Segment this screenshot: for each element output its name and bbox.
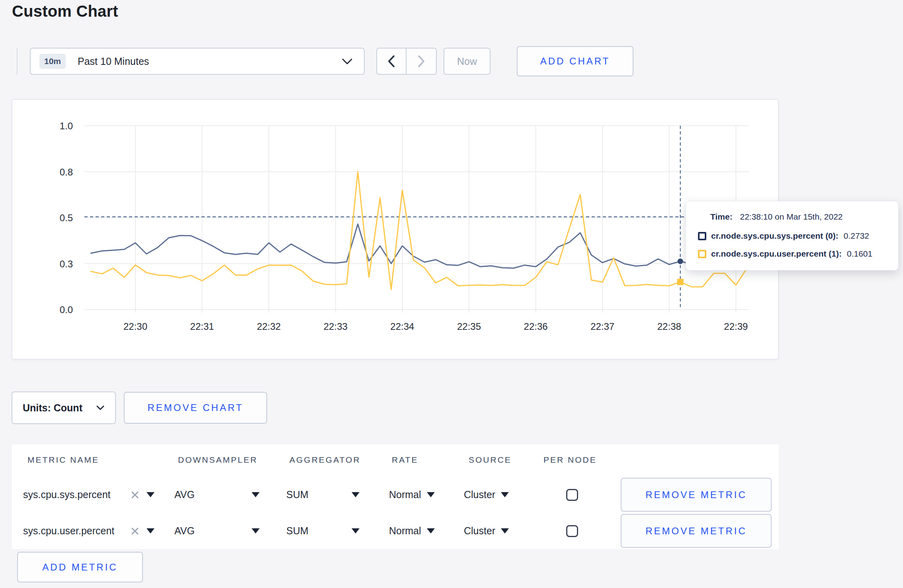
now-button[interactable]: Now xyxy=(444,48,491,75)
source-select[interactable]: Cluster xyxy=(464,514,509,548)
y-axis-label: 0.0 xyxy=(60,304,73,315)
dropdown-caret-icon xyxy=(252,492,260,497)
tooltip-time-row: Time: 22:38:10 on Mar 15th, 2022 xyxy=(710,211,898,223)
col-header-metric-name: METRIC NAME xyxy=(27,444,99,475)
x-axis-label: 22:32 xyxy=(257,321,281,332)
dropdown-caret-icon xyxy=(352,528,360,533)
x-axis-label: 22:38 xyxy=(657,321,681,332)
tooltip-series-row: cr.node.sys.cpu.sys.percent (0): 0.2732 xyxy=(698,230,898,242)
per-node-checkbox[interactable] xyxy=(566,489,578,501)
x-axis-label: 22:34 xyxy=(390,321,414,332)
hover-marker-sys xyxy=(678,259,683,264)
units-select[interactable]: Units: Count xyxy=(12,391,116,424)
hover-marker-user xyxy=(677,279,684,285)
aggregator-value: SUM xyxy=(286,525,309,537)
time-nav-group xyxy=(376,48,437,75)
aggregator-select[interactable]: SUM xyxy=(286,478,360,512)
aggregator-value: SUM xyxy=(286,489,309,500)
x-axis-label: 22:39 xyxy=(724,321,748,332)
y-axis-label: 1.0 xyxy=(60,121,73,131)
remove-chart-button[interactable]: REMOVE CHART xyxy=(124,392,267,424)
remove-metric-button[interactable]: REMOVE METRIC xyxy=(621,478,772,512)
dropdown-caret-icon xyxy=(427,492,435,497)
tooltip-time-label: Time: xyxy=(710,212,733,221)
metric-name-value: sys.cpu.sys.percent xyxy=(23,489,111,500)
time-range-badge: 10m xyxy=(39,54,66,69)
dropdown-caret-icon xyxy=(352,492,360,497)
chart-tooltip: Time: 22:38:10 on Mar 15th, 2022 cr.node… xyxy=(686,201,899,271)
page-title: Custom Chart xyxy=(12,2,118,20)
tooltip-series-label: cr.node.sys.cpu.user.percent (1): xyxy=(711,248,842,260)
chevron-down-icon xyxy=(96,405,105,411)
dropdown-caret-icon xyxy=(501,528,509,533)
custom-chart-page: Custom Chart 10m Past 10 Minutes Now ADD… xyxy=(0,0,903,588)
downsampler-select[interactable]: AVG xyxy=(174,478,260,512)
chart-svg[interactable]: 0.00.30.50.81.022:3022:3122:3222:3322:34… xyxy=(12,100,779,360)
col-header-rate: RATE xyxy=(392,444,418,475)
x-axis-label: 22:36 xyxy=(524,321,548,332)
clear-icon[interactable] xyxy=(131,527,139,535)
series-swatch-user-icon xyxy=(698,250,706,258)
add-metric-button[interactable]: ADD METRIC xyxy=(17,552,143,582)
series-line-1 xyxy=(91,172,747,290)
tooltip-series-value: 0.1601 xyxy=(847,248,872,260)
col-header-downsampler: DOWNSAMPLER xyxy=(178,444,258,475)
toolbar-divider xyxy=(17,48,18,75)
source-select[interactable]: Cluster xyxy=(464,478,509,512)
series-swatch-sys-icon xyxy=(698,232,706,240)
metric-name-select[interactable]: sys.cpu.sys.percent xyxy=(23,478,154,512)
per-node-checkbox[interactable] xyxy=(566,525,578,537)
clear-icon[interactable] xyxy=(131,491,139,499)
x-axis-label: 22:33 xyxy=(324,321,348,332)
tooltip-series-label: cr.node.sys.cpu.sys.percent (0): xyxy=(711,230,838,242)
dropdown-caret-icon xyxy=(427,528,435,533)
x-axis-label: 22:37 xyxy=(590,321,614,332)
x-axis-label: 22:31 xyxy=(190,321,214,332)
metric-name-value: sys.cpu.user.percent xyxy=(23,525,114,537)
col-header-source: SOURCE xyxy=(469,444,512,475)
rate-value: Normal xyxy=(389,489,421,500)
rate-select[interactable]: Normal xyxy=(389,478,435,512)
tooltip-time-value: 22:38:10 on Mar 15th, 2022 xyxy=(740,212,842,221)
time-range-select[interactable]: 10m Past 10 Minutes xyxy=(30,48,365,75)
tooltip-series-value: 0.2732 xyxy=(844,230,869,242)
rate-value: Normal xyxy=(389,525,421,537)
remove-metric-button[interactable]: REMOVE METRIC xyxy=(621,514,772,548)
rate-select[interactable]: Normal xyxy=(389,514,435,548)
downsampler-value: AVG xyxy=(174,525,195,537)
col-header-per-node: PER NODE xyxy=(543,444,597,475)
next-time-button[interactable] xyxy=(407,49,436,74)
chevron-down-icon xyxy=(342,58,353,65)
add-chart-button[interactable]: ADD CHART xyxy=(517,46,633,76)
chevron-right-icon xyxy=(416,54,426,68)
y-axis-label: 0.5 xyxy=(60,212,73,223)
dropdown-caret-icon xyxy=(501,492,509,497)
series-line-0 xyxy=(91,224,747,268)
dropdown-caret-icon xyxy=(252,528,260,533)
metric-name-select[interactable]: sys.cpu.user.percent xyxy=(23,514,154,548)
y-axis-label: 0.3 xyxy=(60,259,73,269)
x-axis-label: 22:30 xyxy=(123,321,147,332)
dropdown-caret-icon[interactable] xyxy=(147,528,154,533)
aggregator-select[interactable]: SUM xyxy=(286,514,360,548)
source-value: Cluster xyxy=(464,489,495,500)
time-range-label: Past 10 Minutes xyxy=(78,56,149,67)
tooltip-series-row: cr.node.sys.cpu.user.percent (1): 0.1601 xyxy=(698,248,898,260)
downsampler-value: AVG xyxy=(174,489,195,500)
y-axis-label: 0.8 xyxy=(60,167,73,177)
units-label: Units: Count xyxy=(23,402,82,414)
chart-grid: 0.00.30.50.81.022:3022:3122:3222:3322:34… xyxy=(60,121,749,332)
col-header-aggregator: AGGREGATOR xyxy=(289,444,361,475)
downsampler-select[interactable]: AVG xyxy=(174,514,260,548)
chevron-left-icon xyxy=(386,54,397,68)
x-axis-label: 22:35 xyxy=(457,321,481,332)
chart-card: 0.00.30.50.81.022:3022:3122:3222:3322:34… xyxy=(12,99,779,360)
dropdown-caret-icon[interactable] xyxy=(147,492,154,497)
source-value: Cluster xyxy=(464,525,495,537)
prev-time-button[interactable] xyxy=(377,49,407,74)
